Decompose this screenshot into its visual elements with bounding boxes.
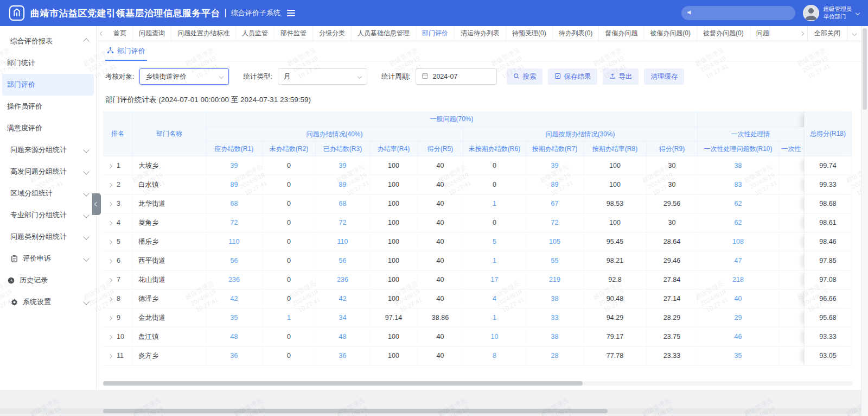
- row-expand-icon[interactable]: [108, 316, 112, 320]
- row-expand-icon[interactable]: [108, 183, 112, 187]
- sidebar-item-10[interactable]: 评价申诉: [0, 248, 96, 269]
- cell-r1[interactable]: 68: [206, 194, 263, 213]
- clear-cache-button[interactable]: 清理缓存: [644, 68, 684, 85]
- cell-r3[interactable]: 39: [316, 156, 370, 175]
- sidebar-item-0[interactable]: 综合评价报表: [0, 30, 96, 52]
- cell-r10[interactable]: 218: [698, 270, 779, 289]
- cell-r6[interactable]: 1: [463, 194, 526, 213]
- menu-icon[interactable]: [287, 10, 295, 16]
- cell-r3[interactable]: 110: [316, 232, 370, 251]
- cell-r3[interactable]: 89: [316, 175, 370, 194]
- tab-6[interactable]: 人员基础信息管理: [352, 26, 416, 41]
- cell-r7[interactable]: 89: [526, 175, 584, 194]
- cell-r1[interactable]: 89: [206, 175, 263, 194]
- cell-r7[interactable]: 55: [526, 251, 584, 270]
- cell-r6[interactable]: 17: [463, 270, 526, 289]
- table-horizontal-scrollbar-thumb[interactable]: [103, 381, 583, 386]
- cell-r1[interactable]: 110: [206, 232, 263, 251]
- cell-r6[interactable]: 10: [463, 327, 526, 346]
- cell-r10[interactable]: 62: [698, 213, 779, 232]
- stat-period-input[interactable]: 2024-07: [416, 68, 497, 85]
- row-expand-icon[interactable]: [108, 278, 112, 282]
- close-all-tabs-button[interactable]: 全部关闭: [807, 26, 847, 41]
- stat-type-select[interactable]: 月: [278, 68, 367, 85]
- tab-3[interactable]: 人员监管: [236, 26, 275, 41]
- tab-12[interactable]: 被催办问题(0): [644, 26, 697, 41]
- tab-1[interactable]: 问题查询: [133, 26, 171, 41]
- cell-r7[interactable]: 105: [526, 232, 584, 251]
- row-expand-icon[interactable]: [108, 297, 112, 301]
- cell-r1[interactable]: 42: [206, 289, 263, 308]
- sidebar-item-2[interactable]: 部门评价: [2, 74, 94, 96]
- sidebar-item-6[interactable]: 高发问题分组统计: [0, 161, 96, 182]
- sidebar-item-1[interactable]: 部门统计: [0, 52, 96, 74]
- cell-r3[interactable]: 48: [316, 327, 370, 346]
- cell-r10[interactable]: 46: [698, 327, 779, 346]
- cell-r1[interactable]: 236: [206, 270, 263, 289]
- tab-14[interactable]: 问题: [750, 26, 770, 41]
- cell-r6[interactable]: 4: [463, 289, 526, 308]
- save-results-button[interactable]: 保存结果: [548, 68, 597, 85]
- assess-target-select[interactable]: 乡镇街道评价: [139, 68, 229, 85]
- sidebar-item-4[interactable]: 满意度评价: [0, 117, 96, 139]
- tab-8[interactable]: 清运待办列表: [455, 26, 506, 41]
- cell-r7[interactable]: 38: [526, 289, 584, 308]
- cell-r3[interactable]: 68: [316, 194, 370, 213]
- cell-r7[interactable]: 38: [526, 327, 584, 346]
- tab-2[interactable]: 问题处置办结标准: [171, 26, 236, 41]
- tabs-scroll-right[interactable]: [796, 26, 807, 41]
- cell-r3[interactable]: 34: [316, 308, 370, 327]
- tab-10[interactable]: 待办列表(0): [553, 26, 599, 41]
- cell-r7[interactable]: 67: [526, 194, 584, 213]
- page-vertical-scrollbar-thumb[interactable]: [863, 28, 867, 110]
- cell-r1[interactable]: 36: [206, 346, 263, 365]
- cell-r10[interactable]: 83: [698, 175, 779, 194]
- breadcrumb[interactable]: 部门评价: [105, 41, 147, 61]
- tab-0[interactable]: 首页: [107, 26, 133, 41]
- cell-r7[interactable]: 39: [526, 156, 584, 175]
- tab-4[interactable]: 部件监管: [275, 26, 313, 41]
- cell-r7[interactable]: 28: [526, 346, 584, 365]
- cell-r1[interactable]: 35: [206, 308, 263, 327]
- cell-r1[interactable]: 48: [206, 327, 263, 346]
- sidebar-item-3[interactable]: 操作员评价: [0, 96, 96, 117]
- tab-5[interactable]: 分级分类: [313, 26, 352, 41]
- row-expand-icon[interactable]: [108, 259, 112, 263]
- cell-r3[interactable]: 42: [316, 289, 370, 308]
- row-expand-icon[interactable]: [108, 202, 112, 206]
- tab-9[interactable]: 待预受理(0): [506, 26, 553, 41]
- cell-r7[interactable]: 219: [526, 270, 584, 289]
- cell-r3[interactable]: 72: [316, 213, 370, 232]
- sidebar-item-7[interactable]: 区域分组统计: [0, 182, 96, 204]
- sidebar-item-9[interactable]: 问题类别分组统计: [0, 226, 96, 248]
- cell-r7[interactable]: 72: [526, 213, 584, 232]
- cell-r3[interactable]: 36: [316, 346, 370, 365]
- tab-11[interactable]: 督催办问题: [599, 26, 644, 41]
- sidebar-item-5[interactable]: 问题来源分组统计: [0, 139, 96, 161]
- sidebar-collapse-handle[interactable]: [92, 193, 101, 215]
- tabs-dropdown-button[interactable]: [847, 26, 861, 41]
- cell-r7[interactable]: 33: [526, 308, 584, 327]
- cell-r10[interactable]: 62: [698, 194, 779, 213]
- cell-r10[interactable]: 47: [698, 251, 779, 270]
- export-button[interactable]: 导出: [603, 68, 639, 85]
- sidebar-item-11[interactable]: 历史记录: [0, 269, 96, 291]
- row-expand-icon[interactable]: [108, 240, 112, 244]
- sidebar-item-12[interactable]: 系统设置: [0, 291, 96, 313]
- tabs-scroll-left[interactable]: [97, 26, 107, 41]
- cell-r10[interactable]: 108: [698, 232, 779, 251]
- tab-13[interactable]: 被督办问题(0): [697, 26, 750, 41]
- tab-7[interactable]: 部门评价: [416, 26, 455, 41]
- cell-r1[interactable]: 56: [206, 251, 263, 270]
- cell-r10[interactable]: 38: [698, 156, 779, 175]
- cell-r10[interactable]: 40: [698, 289, 779, 308]
- cell-r10[interactable]: 35: [698, 346, 779, 365]
- search-button[interactable]: 搜索: [507, 68, 542, 85]
- row-expand-icon[interactable]: [108, 335, 112, 339]
- row-expand-icon[interactable]: [108, 164, 112, 168]
- cell-r10[interactable]: 29: [698, 308, 779, 327]
- cell-r3[interactable]: 56: [316, 251, 370, 270]
- cell-r1[interactable]: 72: [206, 213, 263, 232]
- cell-r1[interactable]: 39: [206, 156, 263, 175]
- user-menu[interactable]: 超级管理员 单位部门: [803, 5, 860, 21]
